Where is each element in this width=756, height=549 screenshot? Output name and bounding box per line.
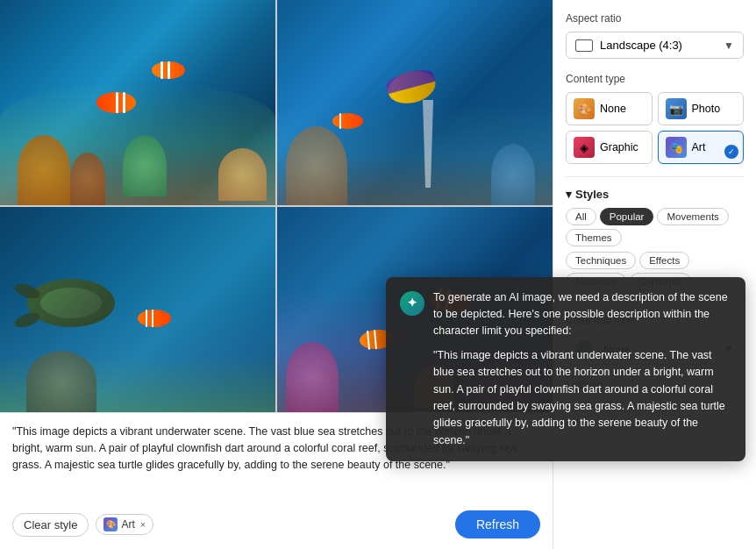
divider-1 [566, 176, 744, 177]
aspect-ratio-dropdown[interactable]: Landscape (4:3) ▼ [566, 32, 744, 59]
image-cell-tr[interactable] [277, 0, 553, 205]
content-type-label: Content type [566, 73, 744, 85]
photo-label: Photo [692, 103, 721, 115]
content-type-graphic[interactable]: ◈ Graphic [566, 131, 653, 164]
art-label: Art [692, 141, 706, 153]
tooltip-quote: "This image depicts a vibrant underwater… [433, 347, 731, 449]
content-type-photo[interactable]: 📷 Photo [658, 92, 745, 125]
graphic-label: Graphic [600, 141, 638, 153]
styles-filter-row-1: All Popular Movements Themes [566, 208, 744, 246]
none-label: None [600, 103, 626, 115]
tooltip-intro: To generate an AI image, we need a descr… [433, 289, 731, 340]
content-type-art[interactable]: 🎭 Art ✓ [658, 131, 745, 164]
filter-techniques[interactable]: Techniques [566, 252, 636, 269]
filter-all[interactable]: All [566, 208, 596, 225]
tag-remove-button[interactable]: × [140, 519, 146, 530]
clear-style-button[interactable]: Clear style [12, 513, 89, 537]
content-type-section: Content type 🎨 None 📷 Photo ◈ Graphic 🎭 … [566, 73, 744, 164]
art-tag-icon: 🎨 [103, 517, 118, 531]
landscape-icon [575, 39, 593, 52]
art-icon: 🎭 [666, 137, 687, 158]
none-icon: 🎨 [574, 98, 595, 119]
content-type-none[interactable]: 🎨 None [566, 92, 653, 125]
left-panel: "This image depicts a vibrant underwater… [0, 0, 553, 549]
filter-effects[interactable]: Effects [639, 252, 689, 269]
styles-header[interactable]: ▾ Styles [566, 188, 744, 201]
right-panel: Aspect ratio Landscape (4:3) ▼ Content t… [553, 0, 756, 549]
art-tag-label: Art [121, 518, 134, 531]
aspect-ratio-value: Landscape (4:3) [600, 39, 682, 52]
bottom-left-actions: Clear style 🎨 Art × [12, 513, 153, 537]
refresh-button[interactable]: Refresh [455, 510, 540, 538]
ai-tooltip-content: To generate an AI image, we need a descr… [433, 289, 731, 449]
ai-tooltip: ✦ To generate an AI image, we need a des… [386, 277, 745, 461]
content-type-grid: 🎨 None 📷 Photo ◈ Graphic 🎭 Art ✓ [566, 92, 744, 164]
styles-section: ▾ Styles All Popular Movements Themes Te… [566, 188, 744, 290]
ai-tooltip-header: ✦ To generate an AI image, we need a des… [400, 289, 731, 449]
filter-themes[interactable]: Themes [566, 229, 622, 246]
bottom-actions: Clear style 🎨 Art × Refresh [12, 510, 540, 538]
styles-label: Styles [575, 188, 609, 201]
aspect-ratio-label: Aspect ratio [566, 12, 744, 25]
filter-popular[interactable]: Popular [600, 208, 654, 225]
ai-icon: ✦ [400, 291, 424, 316]
styles-chevron: ▾ [566, 188, 572, 201]
image-cell-bl[interactable] [0, 207, 275, 412]
art-tag-chip[interactable]: 🎨 Art × [96, 514, 153, 535]
filter-movements[interactable]: Movements [657, 208, 728, 225]
image-cell-tl[interactable] [0, 0, 275, 205]
aspect-ratio-chevron: ▼ [724, 39, 734, 52]
photo-icon: 📷 [666, 98, 687, 119]
graphic-icon: ◈ [574, 137, 595, 158]
art-check-badge: ✓ [724, 145, 738, 159]
